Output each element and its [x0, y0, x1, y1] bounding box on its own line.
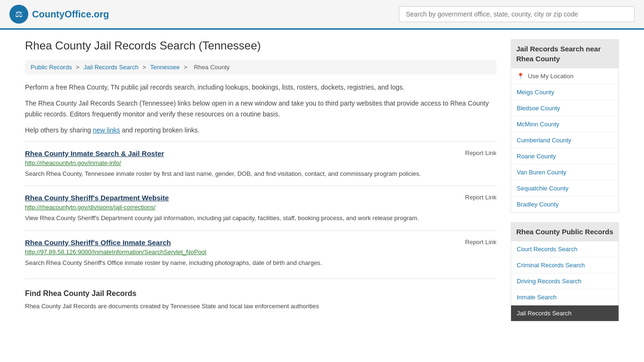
- sidebar-public-records-list: Court Records Search Criminal Records Se…: [511, 241, 619, 321]
- sidebar-nearby-box: Jail Records Search near Rhea County 📍 U…: [511, 39, 619, 213]
- breadcrumb-jail-records[interactable]: Jail Records Search: [83, 64, 138, 71]
- sequatchie-link[interactable]: Sequatchie County: [517, 185, 569, 192]
- breadcrumb-sep2: >: [142, 64, 148, 71]
- sidebar-driving-records[interactable]: Driving Records Search: [511, 273, 619, 289]
- record-url-3[interactable]: http://97.89.58.126:9000/InmateInformati…: [25, 248, 496, 255]
- sidebar-nearby-heading: Jail Records Search near Rhea County: [511, 39, 619, 68]
- new-links-link[interactable]: new links: [93, 126, 120, 134]
- van-buren-link[interactable]: Van Buren County: [517, 169, 566, 176]
- inmate-search-link[interactable]: Inmate Search: [517, 294, 557, 301]
- record-desc-1: Search Rhea County, Tennessee inmate ros…: [25, 169, 496, 179]
- cumberland-link[interactable]: Cumberland County: [517, 137, 571, 144]
- sidebar-use-location[interactable]: 📍 Use My Location: [511, 68, 619, 84]
- criminal-records-link[interactable]: Criminal Records Search: [517, 262, 585, 269]
- sidebar-mcminn[interactable]: McMinn County: [511, 116, 619, 132]
- record-title-3[interactable]: Rhea County Sheriff's Office Inmate Sear…: [25, 239, 171, 247]
- record-desc-2: View Rhea County Sheriff's Department co…: [25, 214, 496, 223]
- sidebar-criminal-records[interactable]: Criminal Records Search: [511, 257, 619, 273]
- find-section-desc: Rhea County Jail Records are documents c…: [25, 302, 496, 312]
- sidebar-court-records[interactable]: Court Records Search: [511, 241, 619, 257]
- mcminn-link[interactable]: McMinn County: [517, 121, 559, 128]
- intro3-prefix: Help others by sharing: [25, 126, 93, 134]
- sidebar: Jail Records Search near Rhea County 📍 U…: [511, 39, 619, 331]
- logo-area: ⚖ CountyOffice.org: [9, 5, 109, 24]
- find-section: Find Rhea County Jail Records Rhea Count…: [25, 279, 496, 312]
- sidebar-nearby-list: 📍 Use My Location Meigs County Bledsoe C…: [511, 68, 619, 213]
- bledsoe-link[interactable]: Bledsoe County: [517, 105, 560, 112]
- page-title: Rhea County Jail Records Search (Tenness…: [25, 39, 496, 52]
- search-input[interactable]: [399, 6, 635, 22]
- breadcrumb-tennessee[interactable]: Tennessee: [150, 64, 180, 71]
- court-records-link[interactable]: Court Records Search: [517, 246, 578, 253]
- sidebar-bradley[interactable]: Bradley County: [511, 197, 619, 212]
- logo-brand: CountyOffice: [32, 9, 91, 19]
- logo-tld: .org: [91, 9, 109, 19]
- intro3-suffix: and reporting broken links.: [120, 126, 200, 134]
- jail-records-link[interactable]: Jail Records Search: [517, 310, 571, 317]
- breadcrumb-sep3: >: [184, 64, 189, 71]
- driving-records-link[interactable]: Driving Records Search: [517, 278, 581, 285]
- sidebar-public-records-box: Rhea County Public Records Court Records…: [511, 222, 619, 321]
- location-icon: 📍: [517, 73, 524, 80]
- record-item-3: Rhea County Sheriff's Office Inmate Sear…: [25, 230, 496, 275]
- sidebar-roane[interactable]: Roane County: [511, 148, 619, 165]
- use-location-label: Use My Location: [528, 73, 574, 80]
- logo-icon: ⚖: [9, 5, 28, 24]
- sidebar-van-buren[interactable]: Van Buren County: [511, 165, 619, 181]
- sidebar-public-records-heading: Rhea County Public Records: [511, 222, 619, 241]
- layout: Rhea County Jail Records Search (Tenness…: [16, 30, 628, 340]
- record-title-2[interactable]: Rhea County Sheriff's Department Website: [25, 194, 169, 202]
- report-link-3[interactable]: Report Link: [465, 239, 496, 246]
- report-link-1[interactable]: Report Link: [465, 149, 496, 156]
- record-item-2: Rhea County Sheriff's Department Website…: [25, 186, 496, 230]
- record-url-1[interactable]: http://rheacountytn.gov/inmate-info/: [25, 159, 496, 166]
- breadcrumb: Public Records > Jail Records Search > T…: [25, 60, 496, 74]
- breadcrumb-rhea-county: Rhea County: [194, 64, 230, 71]
- logo-text: CountyOffice.org: [32, 9, 109, 20]
- record-header-2: Rhea County Sheriff's Department Website…: [25, 194, 496, 202]
- sidebar-bledsoe[interactable]: Bledsoe County: [511, 100, 619, 116]
- breadcrumb-public-records[interactable]: Public Records: [31, 64, 72, 71]
- sidebar-cumberland[interactable]: Cumberland County: [511, 132, 619, 148]
- record-item-1: Rhea County Inmate Search & Jail Roster …: [25, 141, 496, 186]
- sidebar-meigs[interactable]: Meigs County: [511, 84, 619, 100]
- report-link-2[interactable]: Report Link: [465, 194, 496, 201]
- intro-text-1: Perform a free Rhea County, TN public ja…: [25, 82, 496, 92]
- sidebar-inmate-search[interactable]: Inmate Search: [511, 289, 619, 305]
- bradley-link[interactable]: Bradley County: [517, 201, 559, 208]
- record-header-1: Rhea County Inmate Search & Jail Roster …: [25, 149, 496, 157]
- record-desc-3: Search Rhea County Sheriff's Office inma…: [25, 258, 496, 268]
- meigs-link[interactable]: Meigs County: [517, 89, 554, 96]
- roane-link[interactable]: Roane County: [517, 153, 556, 160]
- sidebar-sequatchie[interactable]: Sequatchie County: [511, 181, 619, 197]
- intro-text-2: The Rhea County Jail Records Search (Ten…: [25, 98, 496, 119]
- record-title-1[interactable]: Rhea County Inmate Search & Jail Roster: [25, 149, 164, 157]
- intro-text-3: Help others by sharing new links and rep…: [25, 125, 496, 135]
- main-content: Rhea County Jail Records Search (Tenness…: [25, 39, 496, 331]
- find-section-title: Find Rhea County Jail Records: [25, 289, 496, 298]
- record-header-3: Rhea County Sheriff's Office Inmate Sear…: [25, 239, 496, 247]
- breadcrumb-sep1: >: [76, 64, 81, 71]
- sidebar-jail-records-active[interactable]: Jail Records Search: [511, 305, 619, 321]
- record-url-2[interactable]: http://rheacountytn.gov/divisions/jail-c…: [25, 204, 496, 211]
- header: ⚖ CountyOffice.org: [0, 0, 644, 30]
